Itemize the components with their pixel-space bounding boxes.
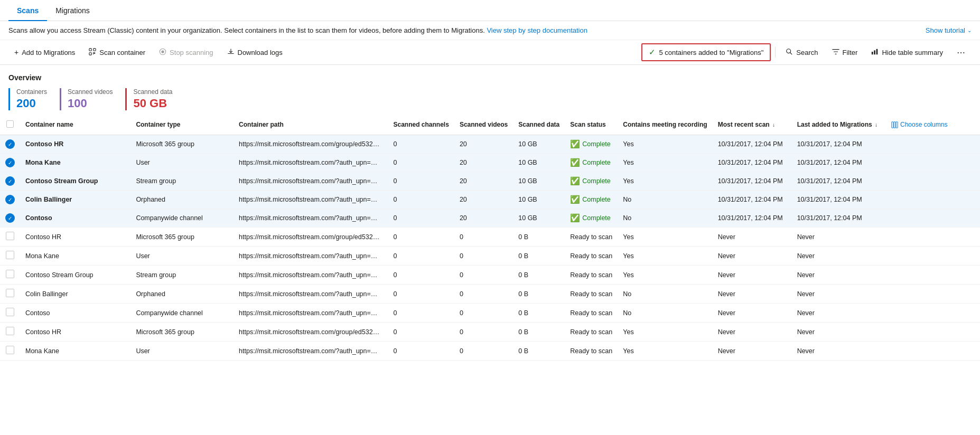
row-checked-icon[interactable]: ✓ [5,195,15,204]
table-row[interactable]: ✓Contoso HRMicrosoft 365 grouphttps://ms… [0,135,980,154]
table-row[interactable]: Mona KaneUserhttps://msit.microsoftstrea… [0,247,980,266]
row-container-path: https://msit.microsoftstream.com/group/e… [234,135,388,154]
row-container-name: Contoso Stream Group [20,172,130,191]
search-button[interactable]: Search [780,44,824,61]
row-checkbox-cell[interactable] [0,285,20,304]
row-container-type: Companywide channel [130,209,234,228]
row-checkbox-cell[interactable] [0,304,20,323]
row-scanned-videos: 20 [454,154,513,172]
row-checkbox-cell[interactable] [0,323,20,342]
col-header-data[interactable]: Scanned data [513,115,565,135]
scan-container-button[interactable]: Scan container [83,44,151,61]
row-unchecked-icon[interactable] [6,308,14,316]
svg-rect-9 [892,121,893,127]
row-empty-cell [883,304,980,323]
row-checkbox-cell[interactable] [0,247,20,266]
table-row[interactable]: ✓Mona KaneUserhttps://msit.microsoftstre… [0,154,980,172]
row-checkbox-cell[interactable]: ✓ [0,135,20,154]
row-scanned-data: 10 GB [513,191,565,209]
row-scanned-channels: 0 [388,285,454,304]
row-meeting-recording: No [618,191,712,209]
col-header-name[interactable]: Container name [20,115,130,135]
table-row[interactable]: Mona KaneUserhttps://msit.microsoftstrea… [0,342,980,361]
row-unchecked-icon[interactable] [6,289,14,297]
row-recent-scan: 10/31/2017, 12:04 PM [713,172,792,191]
more-icon: ⋯ [957,48,966,58]
table-row[interactable]: ContosoCompanywide channelhttps://msit.m… [0,304,980,323]
hide-table-summary-button[interactable]: Hide table summary [865,44,949,61]
add-to-migrations-button[interactable]: + Add to Migrations [8,44,81,60]
col-header-type[interactable]: Container type [130,115,234,135]
svg-point-4 [161,50,164,53]
row-checkbox-cell[interactable]: ✓ [0,154,20,172]
row-checked-icon[interactable]: ✓ [5,158,15,167]
row-last-added: 10/31/2017, 12:04 PM [792,154,883,172]
row-unchecked-icon[interactable] [6,251,14,259]
stop-scanning-button[interactable]: Stop scanning [153,44,219,61]
col-header-recent-scan[interactable]: Most recent scan ↓ [713,115,792,135]
row-meeting-recording: No [618,209,712,228]
row-scanned-videos: 0 [454,304,513,323]
col-header-channels[interactable]: Scanned channels [388,115,454,135]
row-last-added: 10/31/2017, 12:04 PM [792,191,883,209]
row-checkbox-cell[interactable] [0,342,20,361]
row-container-path: https://msit.microsoftstream.com/?auth_u… [234,247,388,266]
row-unchecked-icon[interactable] [6,346,14,354]
nav-tabs: Scans Migrations [0,0,980,21]
row-recent-scan: Never [713,247,792,266]
svg-rect-0 [89,48,91,50]
row-unchecked-icon[interactable] [6,270,14,278]
row-checkbox-cell[interactable]: ✓ [0,172,20,191]
row-checkbox-cell[interactable]: ✓ [0,191,20,209]
select-all-checkbox[interactable] [6,120,14,128]
row-checkbox-cell[interactable] [0,228,20,247]
row-scanned-channels: 0 [388,172,454,191]
filter-button[interactable]: Filter [826,44,864,61]
row-checked-icon[interactable]: ✓ [5,139,15,149]
col-header-meeting[interactable]: Contains meeting recording [618,115,712,135]
row-unchecked-icon[interactable] [6,327,14,335]
table-row[interactable]: ✓ContosoCompanywide channelhttps://msit.… [0,209,980,228]
row-scan-status: ✅Complete [565,135,618,154]
tab-scans[interactable]: Scans [8,0,47,21]
notification-text: 5 containers added to "Migrations" [659,49,763,56]
col-header-path[interactable]: Container path [234,115,388,135]
table-row[interactable]: ✓Colin BallingerOrphanedhttps://msit.mic… [0,191,980,209]
row-unchecked-icon[interactable] [6,232,14,240]
col-header-videos[interactable]: Scanned videos [454,115,513,135]
status-text: Complete [582,214,611,222]
show-tutorial-button[interactable]: Show tutorial ⌄ [926,26,972,34]
stat-videos-label: Scanned videos [68,88,113,96]
table-row[interactable]: Contoso HRMicrosoft 365 grouphttps://msi… [0,323,980,342]
status-text: Complete [582,196,611,203]
row-container-name: Colin Ballinger [20,285,130,304]
status-complete-icon: ✅ [570,176,580,186]
col-header-status[interactable]: Scan status [565,115,618,135]
table-row[interactable]: Contoso Stream GroupStream grouphttps://… [0,266,980,285]
tab-migrations[interactable]: Migrations [47,0,98,21]
row-checked-icon[interactable]: ✓ [5,176,15,186]
download-logs-button[interactable]: Download logs [221,44,288,61]
table-row[interactable]: ✓Contoso Stream GroupStream grouphttps:/… [0,172,980,191]
row-scanned-channels: 0 [388,323,454,342]
svg-rect-10 [894,121,895,127]
table-row[interactable]: Contoso HRMicrosoft 365 grouphttps://msi… [0,228,980,247]
svg-rect-7 [874,50,876,54]
more-options-button[interactable]: ⋯ [951,44,972,61]
row-scanned-channels: 0 [388,154,454,172]
row-meeting-recording: Yes [618,135,712,154]
select-all-header[interactable] [0,115,20,135]
row-checkbox-cell[interactable] [0,266,20,285]
row-checkbox-cell[interactable]: ✓ [0,209,20,228]
col-header-choose[interactable]: Choose columns [883,115,980,135]
row-meeting-recording: No [618,285,712,304]
table-row[interactable]: Colin BallingerOrphanedhttps://msit.micr… [0,285,980,304]
choose-columns-button[interactable]: Choose columns [888,119,950,130]
row-container-name: Contoso Stream Group [20,266,130,285]
row-empty-cell [883,266,980,285]
row-checked-icon[interactable]: ✓ [5,213,15,223]
row-recent-scan: Never [713,228,792,247]
svg-rect-6 [872,52,873,54]
col-header-added[interactable]: Last added to Migrations ↓ [792,115,883,135]
documentation-link[interactable]: View step by step documentation [487,26,587,34]
